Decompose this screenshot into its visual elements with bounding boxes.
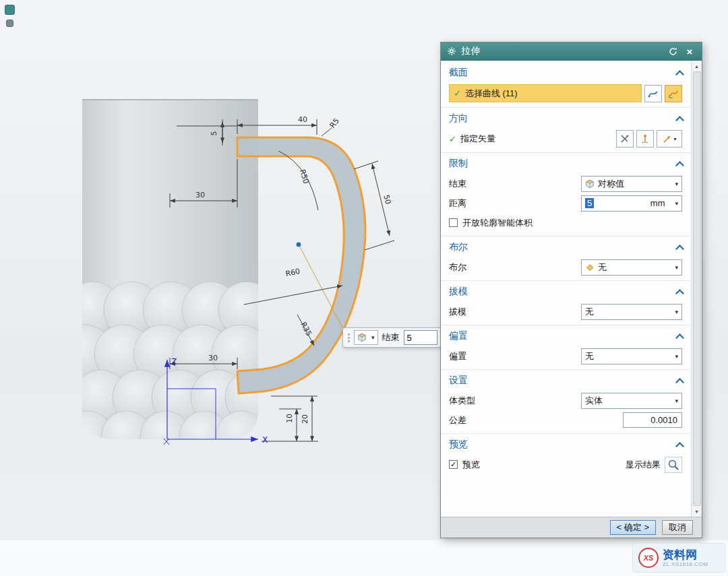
curve-select-mode-button[interactable] [644, 85, 662, 102]
inferred-vector-button[interactable] [616, 130, 634, 148]
body-type-dropdown[interactable]: 实体 ▾ [581, 393, 682, 409]
end-option-dropdown[interactable]: ▾ [354, 330, 378, 345]
section-group-title: 截面 [449, 67, 468, 79]
inferred-vector-icon [619, 133, 630, 144]
section-group: 截面 ✓ 选择曲线 (11) [441, 61, 690, 107]
distance-label: 距离 [449, 197, 466, 210]
magnifier-icon [667, 459, 679, 471]
direction-group-header[interactable]: 方向 [441, 108, 690, 129]
collapse-chevron-icon[interactable] [675, 333, 684, 342]
specify-vector-label: 指定矢量 [460, 133, 495, 145]
direction-group-title: 方向 [449, 113, 468, 125]
end-type-value: 对称值 [598, 178, 624, 190]
distance-row: 距离 5 mm ▾ [441, 193, 690, 213]
scrollbar-thumb[interactable] [693, 71, 701, 506]
collapse-chevron-icon[interactable] [675, 442, 684, 451]
cube-icon [357, 333, 367, 342]
boolean-value: 无 [598, 261, 607, 274]
select-curve-row: ✓ 选择曲线 (11) [441, 83, 690, 104]
draft-group-header[interactable]: 拔模 [441, 281, 690, 302]
preview-checkbox[interactable]: ✓ [449, 460, 458, 469]
cancel-button[interactable]: 取消 [662, 520, 693, 535]
collapse-chevron-icon[interactable] [675, 70, 684, 79]
reset-icon [668, 46, 678, 57]
limits-group-header[interactable]: 限制 [441, 153, 690, 174]
section-group-header[interactable]: 截面 [441, 62, 690, 83]
offset-group: 偏置 偏置 无 ▾ [441, 325, 690, 369]
preview-row: ✓ 预览 显示结果 [441, 455, 690, 474]
chevron-down-icon: ▾ [672, 353, 678, 360]
app-corner-icon-small [6, 20, 13, 27]
preview-group-title: 预览 [449, 439, 468, 451]
preview-group-header[interactable]: 预览 [441, 434, 690, 455]
check-icon: ✓ [454, 89, 461, 98]
collapse-chevron-icon[interactable] [675, 245, 684, 253]
onscreen-input-toolbar: ▾ 结束 [342, 327, 443, 348]
end-label: 结束 [449, 178, 466, 190]
collapse-chevron-icon[interactable] [675, 289, 684, 298]
curve-icon [648, 88, 659, 99]
reset-button[interactable] [667, 45, 679, 57]
vector-dialog-icon [640, 133, 650, 144]
offset-dropdown[interactable]: 无 ▾ [581, 348, 682, 364]
open-profile-checkbox[interactable] [449, 218, 458, 227]
application-window: 40 5 30 50 R60 R5 R50 R35 30 10 20 Z X [0, 0, 728, 576]
draft-group-title: 拔模 [449, 286, 468, 298]
dim-label-diagonal: 50 [382, 194, 392, 205]
watermark-url: ZL.XS1616.COM [663, 561, 708, 567]
collapse-chevron-icon[interactable] [675, 161, 684, 170]
boolean-group-header[interactable]: 布尔 [441, 236, 690, 257]
select-curve-label: 选择曲线 (11) [465, 88, 518, 100]
dim-label-bottom-a: 10 [285, 414, 294, 423]
app-corner-icon [5, 5, 15, 15]
watermark: XS 资料网 ZL.XS1616.COM [632, 543, 725, 573]
boolean-group-title: 布尔 [449, 241, 468, 253]
show-result-label: 显示结果 [626, 459, 661, 471]
gear-icon[interactable] [447, 46, 456, 56]
body-type-value: 实体 [585, 395, 603, 407]
check-icon: ✓ [449, 135, 456, 143]
boolean-dropdown[interactable]: 无 ▾ [581, 259, 682, 276]
settings-group-header[interactable]: 设置 [441, 370, 690, 391]
scroll-down-icon[interactable]: ▼ [692, 507, 702, 516]
select-curve-field[interactable]: ✓ 选择曲线 (11) [449, 84, 642, 102]
collapse-chevron-icon[interactable] [675, 116, 684, 125]
collapse-chevron-icon[interactable] [675, 378, 684, 387]
tolerance-input[interactable]: 0.0010 [623, 412, 682, 428]
open-profile-label: 开放轮廓智能体积 [462, 217, 533, 229]
drag-handle[interactable] [348, 333, 350, 342]
settings-group-title: 设置 [449, 375, 468, 387]
dim-label-top-width: 40 [298, 115, 307, 124]
end-distance-input[interactable] [404, 330, 437, 345]
dialog-scrollbar[interactable]: ▲ ▼ [691, 61, 702, 517]
show-result-button[interactable] [665, 457, 682, 473]
chevron-down-icon: ▾ [672, 181, 678, 187]
draft-label: 拔模 [449, 306, 466, 318]
offset-group-header[interactable]: 偏置 [441, 325, 690, 346]
sketch-curve-icon [668, 88, 679, 99]
chevron-down-icon: ▾ [672, 309, 678, 315]
close-button[interactable]: × [684, 45, 696, 57]
boolean-label: 布尔 [449, 261, 466, 274]
dim-label-bottom-b: 20 [301, 414, 309, 424]
end-type-dropdown[interactable]: 对称值 ▾ [581, 176, 682, 192]
draft-row: 拔模 无 ▾ [441, 302, 690, 321]
body-type-label: 体类型 [449, 395, 475, 407]
limits-group: 限制 结束 对称值 ▾ [441, 152, 690, 236]
draft-dropdown[interactable]: 无 ▾ [581, 304, 682, 320]
sketch-section-button[interactable] [665, 85, 682, 102]
vector-type-dropdown[interactable]: ▾ [657, 130, 682, 148]
direction-group: 方向 ✓ 指定矢量 [441, 107, 690, 152]
dim-label-radius-outer: R60 [284, 267, 301, 278]
scroll-up-icon[interactable]: ▲ [692, 61, 702, 71]
draft-group: 拔模 拔模 无 ▾ [441, 280, 690, 325]
vector-dialog-button[interactable] [636, 130, 654, 148]
dialog-titlebar[interactable]: 拉伸 × [441, 42, 702, 61]
preview-group: 预览 ✓ 预览 显示结果 [441, 433, 690, 478]
chevron-down-icon: ▾ [672, 397, 678, 404]
axis-label-z: Z [171, 357, 177, 366]
ok-button[interactable]: < 确定 > [610, 520, 656, 535]
specify-vector-row: ✓ 指定矢量 [441, 129, 690, 149]
distance-input[interactable]: 5 mm ▾ [581, 195, 682, 212]
boolean-group: 布尔 布尔 无 ▾ [441, 236, 690, 280]
